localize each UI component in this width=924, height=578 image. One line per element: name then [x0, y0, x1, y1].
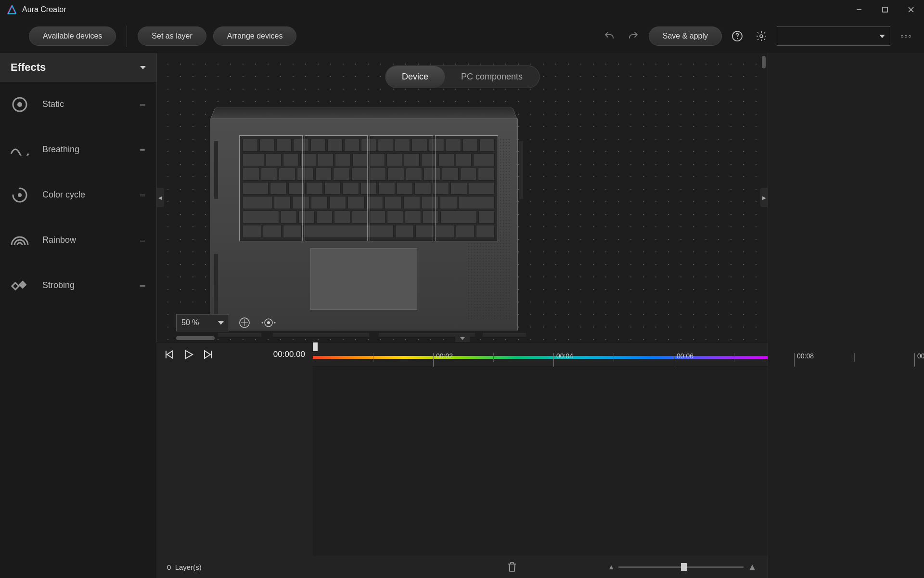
layers-count: 0 Layer(s): [167, 563, 202, 571]
timeline-gradient: [313, 356, 768, 359]
view-tab-pc-components[interactable]: PC components: [445, 66, 539, 88]
timeline-tracks[interactable]: [313, 367, 768, 556]
delete-layer-button[interactable]: [507, 561, 517, 573]
timeline-layers-list: [156, 367, 313, 556]
playhead[interactable]: [313, 342, 318, 351]
properties-panel: [768, 53, 924, 578]
collapse-right-panel-button[interactable]: ▶: [760, 188, 768, 207]
device-laptop[interactable]: [210, 101, 518, 318]
effect-label: Static: [42, 99, 64, 109]
fit-screen-button[interactable]: [236, 314, 253, 331]
more-icon: [901, 35, 911, 38]
view-tab-device[interactable]: Device: [385, 66, 445, 88]
timeline-tick-label: 00:02: [436, 352, 453, 360]
gear-icon: [756, 30, 767, 42]
svg-rect-12: [12, 282, 19, 289]
chevron-down-icon: [218, 321, 224, 325]
set-as-layer-button[interactable]: Set as layer: [138, 26, 206, 46]
canvas-expand-handle[interactable]: [455, 335, 470, 342]
zoom-value: 50 %: [181, 318, 199, 327]
static-icon: [11, 95, 29, 114]
minimize-icon: [856, 7, 862, 13]
redo-icon: [628, 30, 639, 42]
window-maximize-button[interactable]: [872, 0, 898, 19]
chevron-down-icon: [879, 35, 885, 38]
effect-label: Rainbow: [42, 235, 76, 245]
color-cycle-icon: [11, 186, 29, 204]
svg-point-19: [262, 322, 263, 324]
timeline-tick-label: 00:06: [677, 352, 693, 360]
skip-start-button[interactable]: [164, 349, 175, 360]
save-apply-button[interactable]: Save & apply: [649, 26, 722, 46]
fit-screen-icon: [238, 316, 251, 329]
effect-label: Color cycle: [42, 190, 85, 200]
timeline-tick-label: 00:08: [797, 352, 814, 360]
maximize-icon: [882, 7, 888, 13]
zoom-dropdown[interactable]: 50 %: [176, 314, 229, 331]
effect-item-rainbow[interactable]: Rainbow ═: [0, 218, 156, 263]
keyboard-zones[interactable]: [239, 135, 498, 241]
separator: [127, 26, 127, 47]
timeline-transport: 00:00.00: [156, 342, 313, 367]
effect-item-breathing[interactable]: Breathing ═: [0, 127, 156, 172]
drag-handle-icon[interactable]: ═: [140, 191, 146, 199]
target-icon: [261, 316, 276, 329]
collapse-left-panel-button[interactable]: ◀: [156, 188, 164, 207]
svg-point-10: [17, 102, 22, 107]
app-title: Aura Creator: [22, 5, 66, 14]
effects-header[interactable]: Effects: [0, 53, 156, 82]
undo-button[interactable]: [601, 27, 618, 45]
svg-point-8: [760, 35, 763, 38]
touchpad: [310, 248, 417, 310]
rainbow-icon: [11, 231, 29, 250]
effect-label: Breathing: [42, 144, 79, 155]
toolbar: Available devices Set as layer Arrange d…: [0, 19, 924, 53]
drag-handle-icon[interactable]: ═: [140, 236, 146, 244]
effect-item-static[interactable]: Static ═: [0, 82, 156, 127]
svg-rect-3: [883, 7, 887, 12]
drag-handle-icon[interactable]: ═: [140, 282, 146, 289]
canvas-vertical-scrollbar[interactable]: [762, 56, 766, 68]
title-bar: Aura Creator: [0, 0, 924, 19]
svg-marker-22: [167, 351, 173, 358]
effect-item-strobing[interactable]: Strobing ═: [0, 263, 156, 308]
effect-label: Strobing: [42, 280, 75, 290]
drag-handle-icon[interactable]: ═: [140, 101, 146, 108]
window-close-button[interactable]: [898, 0, 924, 19]
effect-item-color-cycle[interactable]: Color cycle ═: [0, 172, 156, 218]
zoom-out-icon: ▲: [608, 563, 615, 571]
timeline-tick-label: 00:04: [556, 352, 573, 360]
skip-end-button[interactable]: [203, 349, 213, 360]
available-devices-button[interactable]: Available devices: [29, 26, 116, 46]
help-icon: [732, 30, 743, 42]
play-button[interactable]: [183, 349, 194, 360]
zoom-in-icon: ▲: [747, 562, 757, 573]
timeline-ruler[interactable]: 00:0200:0400:0600:0800:1000:12: [313, 342, 768, 367]
more-menu-button[interactable]: [897, 27, 914, 45]
svg-point-20: [274, 322, 276, 324]
timeline-panel: 00:00.00 00:0200:0400:0600:0800:1000:12 …: [156, 342, 768, 578]
svg-marker-23: [186, 351, 192, 358]
drag-handle-icon[interactable]: ═: [140, 146, 146, 154]
view-toggle: Device PC components: [385, 66, 539, 88]
settings-button[interactable]: [753, 27, 770, 45]
chevron-down-icon: [140, 66, 146, 69]
window-minimize-button[interactable]: [846, 0, 872, 19]
effects-title: Effects: [11, 61, 46, 74]
strobing-icon: [11, 276, 29, 295]
svg-rect-13: [19, 280, 27, 289]
close-icon: [908, 7, 914, 13]
svg-point-7: [737, 38, 738, 39]
breathing-icon: [11, 141, 29, 159]
timeline-zoom-slider[interactable]: ▲ ▲: [608, 562, 757, 573]
center-view-button[interactable]: [260, 314, 277, 331]
arrange-devices-button[interactable]: Arrange devices: [213, 26, 297, 46]
canvas-horizontal-scrollbar[interactable]: [176, 336, 215, 340]
help-button[interactable]: [729, 27, 746, 45]
timeline-tick-label: 00:10: [917, 352, 924, 360]
timecode: 00:00.00: [273, 350, 305, 359]
device-canvas[interactable]: Device PC components ◀ ▶: [156, 53, 768, 342]
profile-dropdown[interactable]: [777, 26, 890, 46]
effects-sidebar: Effects Static ═ Breathing ═ Color cycle…: [0, 53, 156, 578]
redo-button[interactable]: [625, 27, 642, 45]
